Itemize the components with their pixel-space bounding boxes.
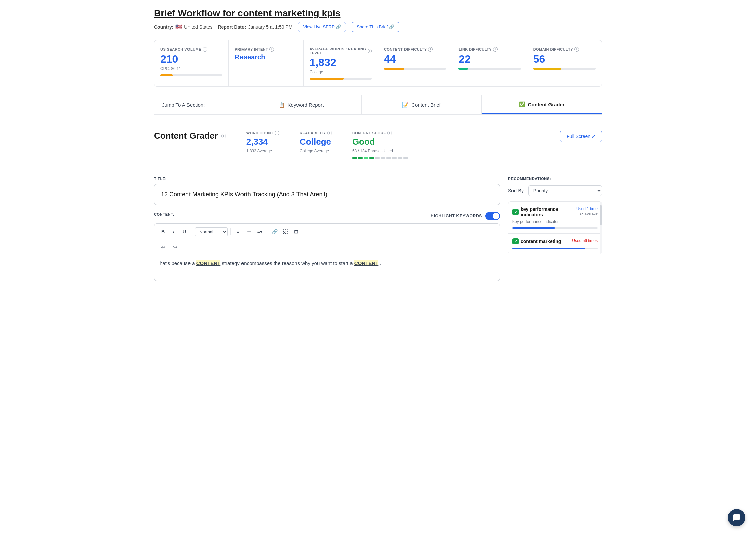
info-icon: i <box>269 47 274 52</box>
score-dot <box>392 157 397 159</box>
sort-select[interactable]: Priority Alphabetical Used Not Used <box>528 185 602 196</box>
progress-bar <box>458 68 468 70</box>
rec-bar-wrap <box>512 227 598 229</box>
italic-button[interactable]: I <box>169 227 178 236</box>
info-icon: i <box>368 49 372 53</box>
progress-bar-wrap <box>160 74 222 76</box>
progress-bar-wrap <box>310 78 372 80</box>
image-button[interactable]: 🖼 <box>281 227 290 236</box>
title-box[interactable]: 12 Content Marketing KPIs Worth Tracking… <box>154 184 500 205</box>
tab-content-brief[interactable]: 📝 Content Brief <box>362 95 482 114</box>
rec-item: ✓ content marketing Used 56 times <box>508 234 602 254</box>
info-icon: i <box>428 47 433 52</box>
hr-button[interactable]: — <box>302 227 312 236</box>
table-button[interactable]: ⊞ <box>291 227 301 236</box>
align-button[interactable]: ≡▾ <box>255 227 264 236</box>
stat-primary-intent: PRIMARY INTENT i Research <box>229 40 303 86</box>
content-section-label: CONTENT: <box>154 212 174 216</box>
share-brief-button[interactable]: Share This Brief 🔗 <box>352 22 399 32</box>
score-dot <box>381 157 385 159</box>
stat-value[interactable]: Research <box>235 54 297 60</box>
content-grader-header: Content Grader i WORD COUNT i 2,334 1,83… <box>154 124 602 166</box>
recommendations-header: RECOMMENDATIONS: <box>508 177 602 181</box>
fullscreen-button[interactable]: Full Screen ⤢ <box>560 131 602 142</box>
info-icon: i <box>203 47 207 52</box>
progress-bar-wrap <box>533 68 596 70</box>
progress-bar <box>533 68 561 70</box>
view-live-serp-button[interactable]: View Live SERP 🔗 <box>298 22 346 32</box>
country-flag: 🇺🇸 <box>175 24 182 30</box>
editor-panel: TITLE: 12 Content Marketing KPIs Worth T… <box>154 177 500 281</box>
content-score-value: Good <box>352 137 408 147</box>
rec-top: ✓ content marketing Used 56 times <box>512 238 598 244</box>
rec-usage: Used 1 time <box>576 206 598 211</box>
undo-button[interactable]: ↩ <box>158 242 168 252</box>
redo-button[interactable]: ↪ <box>170 242 180 252</box>
tab-keyword-report[interactable]: 📋 Keyword Report <box>241 95 362 114</box>
stat-value: 1,832 <box>310 57 372 68</box>
rec-check-icon: ✓ <box>512 238 519 244</box>
stats-bar: US SEARCH VOLUME i 210 CPC: $6.11 PRIMAR… <box>154 40 602 87</box>
ordered-list-button[interactable]: ≡ <box>233 227 243 236</box>
nav-tabs: Jump To A Section: 📋 Keyword Report 📝 Co… <box>154 95 602 114</box>
readability-value: College <box>300 137 332 147</box>
country-label: Country: <box>154 24 173 30</box>
rec-item: ✓ key performance indicators Used 1 time… <box>508 202 602 234</box>
rec-alt: key performance indicator <box>512 219 598 224</box>
toolbar-separator <box>192 228 192 235</box>
highlighted-word: CONTENT <box>354 260 379 266</box>
link-button[interactable]: 🔗 <box>270 227 279 236</box>
tab-content-grader[interactable]: ✅ Content Grader <box>482 95 602 114</box>
editor-content[interactable]: hat's because a CONTENT strategy encompa… <box>154 254 500 281</box>
format-select[interactable]: Normal Heading 1 Heading 2 Heading 3 <box>195 227 228 236</box>
score-dot <box>358 157 363 159</box>
stat-value: 44 <box>384 54 446 64</box>
toolbar-separator <box>267 228 267 235</box>
underline-button[interactable]: U <box>180 227 189 236</box>
score-dot <box>375 157 380 159</box>
word-count-value: 2,334 <box>246 137 279 147</box>
info-icon: i <box>221 134 226 138</box>
cg-stat-readability: READABILITY i College College Average <box>300 131 332 159</box>
highlight-keywords-toggle[interactable] <box>485 212 500 220</box>
readability-avg: College Average <box>300 148 332 153</box>
word-count-avg: 1,832 Average <box>246 148 279 153</box>
info-icon: i <box>275 131 279 135</box>
stat-link-difficulty: LINK DIFFICULTY i 22 <box>452 40 527 86</box>
stat-sub: CPC: $6.11 <box>160 66 222 71</box>
progress-bar <box>160 74 173 76</box>
report-date-info: Report Date: January 5 at 1:50 PM <box>218 24 292 30</box>
nav-section: Jump To A Section: 📋 Keyword Report 📝 Co… <box>154 95 602 115</box>
rec-check-icon: ✓ <box>512 209 519 215</box>
score-dot <box>386 157 391 159</box>
scrollbar-thumb[interactable] <box>600 205 602 225</box>
title-section-label: TITLE: <box>154 177 500 181</box>
bold-button[interactable]: B <box>158 227 168 236</box>
content-grader-icon: ✅ <box>519 101 525 107</box>
progress-bar <box>310 78 344 80</box>
info-icon: i <box>493 47 498 52</box>
content-label-row: CONTENT: HIGHLIGHT KEYWORDS <box>154 212 500 220</box>
rec-top: ✓ key performance indicators Used 1 time… <box>512 206 598 217</box>
country-name: United States <box>184 24 212 30</box>
stat-sub: College <box>310 70 372 74</box>
score-dot <box>364 157 368 159</box>
page-header: Brief Workflow for content marketing kpi… <box>154 8 602 32</box>
cg-stat-word-count: WORD COUNT i 2,334 1,832 Average <box>246 131 279 159</box>
score-dot <box>369 157 374 159</box>
score-dot <box>403 157 408 159</box>
content-grader-stats: WORD COUNT i 2,334 1,832 Average READABI… <box>246 131 560 159</box>
rec-bar <box>512 227 555 229</box>
unordered-list-button[interactable]: ☰ <box>244 227 254 236</box>
scrollbar-track[interactable] <box>600 202 602 254</box>
rec-keyword: ✓ key performance indicators <box>512 206 574 217</box>
sort-row: Sort By: Priority Alphabetical Used Not … <box>508 185 602 196</box>
toolbar-separator <box>230 228 231 235</box>
rec-keyword: ✓ content marketing <box>512 238 561 244</box>
country-info: Country: 🇺🇸 United States <box>154 24 212 30</box>
progress-bar-wrap <box>458 68 521 70</box>
cg-stat-content-score: CONTENT SCORE i Good 58 / 134 Phrases Us… <box>352 131 408 159</box>
rec-bar <box>512 248 585 249</box>
score-dot <box>352 157 357 159</box>
content-brief-icon: 📝 <box>402 102 409 108</box>
